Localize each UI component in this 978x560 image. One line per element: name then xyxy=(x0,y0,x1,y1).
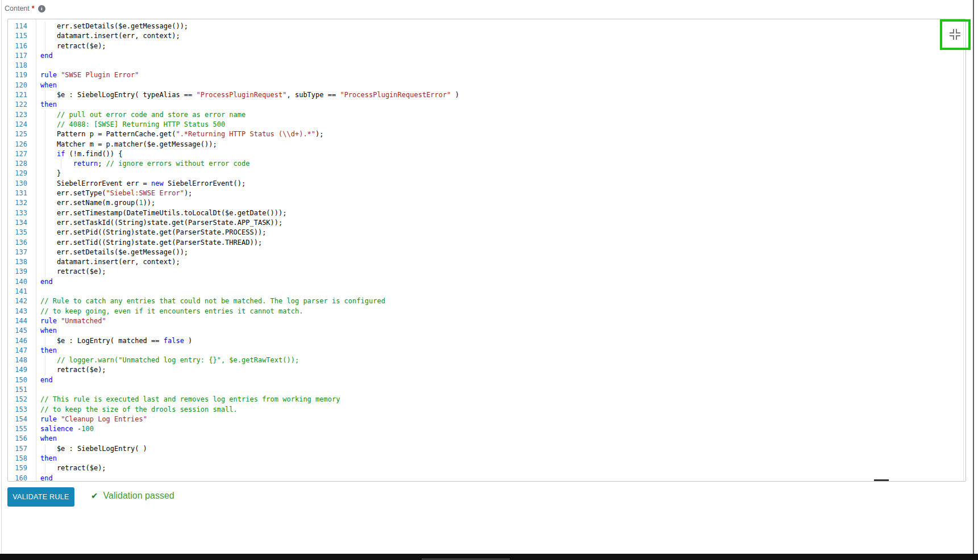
code-line[interactable]: 160end xyxy=(8,474,965,482)
code-line[interactable]: 155salience -100 xyxy=(8,424,965,434)
code-line[interactable]: 115 datamart.insert(err, context); xyxy=(8,31,965,41)
content-field-header: Content* i xyxy=(5,5,45,12)
indent-guide xyxy=(45,179,45,189)
code-line[interactable]: 128 return; // ignore errors without err… xyxy=(8,159,965,169)
code-line[interactable]: 151 xyxy=(8,385,965,395)
check-icon: ✔ xyxy=(91,491,98,501)
code-line[interactable]: 136 err.setTid((String)state.get(ParserS… xyxy=(8,238,965,248)
code-line[interactable]: 117end xyxy=(8,51,965,61)
line-number: 117 xyxy=(8,51,27,61)
code-line[interactable]: 142// Rule to catch any entries that cou… xyxy=(8,296,965,306)
code-line[interactable]: 134 err.setTaskId((String)state.get(Pars… xyxy=(8,218,965,228)
compress-icon-corner xyxy=(950,35,954,40)
line-number: 133 xyxy=(8,208,27,218)
code-line[interactable]: 129 } xyxy=(8,169,965,178)
indent-guide xyxy=(45,257,45,267)
code-line[interactable]: 141 xyxy=(8,287,965,296)
code-line[interactable]: 147then xyxy=(8,346,965,356)
indent-guide xyxy=(45,120,45,129)
code-line[interactable]: 138 datamart.insert(err, context); xyxy=(8,257,965,267)
line-number: 115 xyxy=(8,31,27,41)
code-line[interactable]: 139 retract($e); xyxy=(8,267,965,277)
indent-guide xyxy=(45,31,45,41)
rule-content-panel: { "header": { "label": "Content", "requi… xyxy=(0,0,978,560)
required-asterisk: * xyxy=(32,5,35,12)
window-edge-scrollbar[interactable] xyxy=(973,0,974,554)
code-line[interactable]: 114 err.setDetails($e.getMessage()); xyxy=(8,22,965,31)
code-line[interactable]: 131 err.setType("Siebel:SWSE Error"); xyxy=(8,189,965,198)
line-number: 126 xyxy=(8,140,27,149)
line-number: 158 xyxy=(8,454,27,463)
info-icon[interactable]: i xyxy=(38,5,45,12)
code-line[interactable]: 156when xyxy=(8,434,965,444)
indent-guide xyxy=(45,208,45,218)
code-line[interactable]: 153// to keep the size of the drools ses… xyxy=(8,405,965,415)
line-number: 142 xyxy=(8,296,27,306)
indent-guide xyxy=(45,336,45,346)
line-number: 131 xyxy=(8,189,27,198)
code-line[interactable]: 149 retract($e); xyxy=(8,365,965,375)
line-number: 127 xyxy=(8,149,27,159)
code-content[interactable]: 114 err.setDetails($e.getMessage());115 … xyxy=(8,22,965,482)
code-line[interactable]: 125 Pattern p = PatternCache.get(".*Retu… xyxy=(8,129,965,139)
content-field-label: Content xyxy=(5,5,30,12)
code-line[interactable]: 135 err.setPid((String)state.get(ParserS… xyxy=(8,228,965,237)
line-number: 159 xyxy=(8,463,27,473)
line-number: 119 xyxy=(8,70,27,80)
line-number: 144 xyxy=(8,316,27,326)
horizontal-scrollbar-thumb[interactable] xyxy=(874,479,889,481)
code-line[interactable]: 116 retract($e); xyxy=(8,41,965,51)
line-number: 136 xyxy=(8,238,27,248)
code-line[interactable]: 133 err.setTimestamp(DateTimeUtils.toLoc… xyxy=(8,208,965,218)
code-line[interactable]: 121 $e : SiebelLogEntry( typeAlias == "P… xyxy=(8,90,965,100)
code-line[interactable]: 140end xyxy=(8,277,965,287)
code-line[interactable]: 158then xyxy=(8,454,965,463)
line-number: 122 xyxy=(8,100,27,110)
code-line[interactable]: 124 // 4088: [SWSE] Returning HTTP Statu… xyxy=(8,120,965,129)
indent-guide xyxy=(45,140,45,149)
line-number: 147 xyxy=(8,346,27,356)
indent-guide xyxy=(45,149,45,159)
line-number: 157 xyxy=(8,444,27,454)
line-number: 146 xyxy=(8,336,27,346)
line-number: 155 xyxy=(8,424,27,434)
code-line[interactable]: 145when xyxy=(8,326,965,336)
bottom-window-edge xyxy=(0,554,978,560)
code-line[interactable]: 126 Matcher m = p.matcher($e.getMessage(… xyxy=(8,140,965,149)
code-line[interactable]: 122then xyxy=(8,100,965,110)
code-line[interactable]: 137 err.setDetails($e.getMessage()); xyxy=(8,248,965,257)
code-line[interactable]: 132 err.setName(m.group(1)); xyxy=(8,198,965,208)
code-editor[interactable]: 114 err.setDetails($e.getMessage());115 … xyxy=(7,19,966,482)
line-number: 120 xyxy=(8,81,27,90)
code-line[interactable]: 119rule "SWSE Plugin Error" xyxy=(8,70,965,80)
line-number: 124 xyxy=(8,120,27,129)
indent-guide xyxy=(45,169,45,178)
code-line[interactable]: 123 // pull out error code and store as … xyxy=(8,110,965,120)
code-line[interactable]: 127 if (!m.find()) { xyxy=(8,149,965,159)
compress-icon[interactable] xyxy=(950,29,961,40)
line-number: 134 xyxy=(8,218,27,228)
line-number: 160 xyxy=(8,474,27,482)
indent-guide xyxy=(45,218,45,228)
line-number: 149 xyxy=(8,365,27,375)
code-line[interactable]: 154rule "Cleanup Log Entries" xyxy=(8,415,965,424)
panel-left-border xyxy=(1,0,2,554)
compress-icon-corner xyxy=(956,35,960,40)
indent-guide xyxy=(45,444,45,454)
line-number: 132 xyxy=(8,198,27,208)
code-line[interactable]: 120when xyxy=(8,81,965,90)
indent-guide xyxy=(45,110,45,120)
target-highlight-box xyxy=(940,19,971,50)
code-line[interactable]: 130 SiebelErrorEvent err = new SiebelErr… xyxy=(8,179,965,189)
code-line[interactable]: 146 $e : LogEntry( matched == false ) xyxy=(8,336,965,346)
code-line[interactable]: 143// to keep going, even if it encounte… xyxy=(8,307,965,316)
code-line[interactable]: 152// This rule is executed last and rem… xyxy=(8,395,965,404)
code-line[interactable]: 150end xyxy=(8,375,965,385)
code-line[interactable]: 159 retract($e); xyxy=(8,463,965,473)
code-line[interactable]: 144rule "Unmatched" xyxy=(8,316,965,326)
validate-rule-button[interactable]: VALIDATE RULE xyxy=(7,487,74,507)
code-line[interactable]: 148 // logger.warn("Unmatched log entry:… xyxy=(8,356,965,365)
code-line[interactable]: 157 $e : SiebelLogEntry( ) xyxy=(8,444,965,454)
code-line[interactable]: 118 xyxy=(8,61,965,70)
line-number: 135 xyxy=(8,228,27,237)
